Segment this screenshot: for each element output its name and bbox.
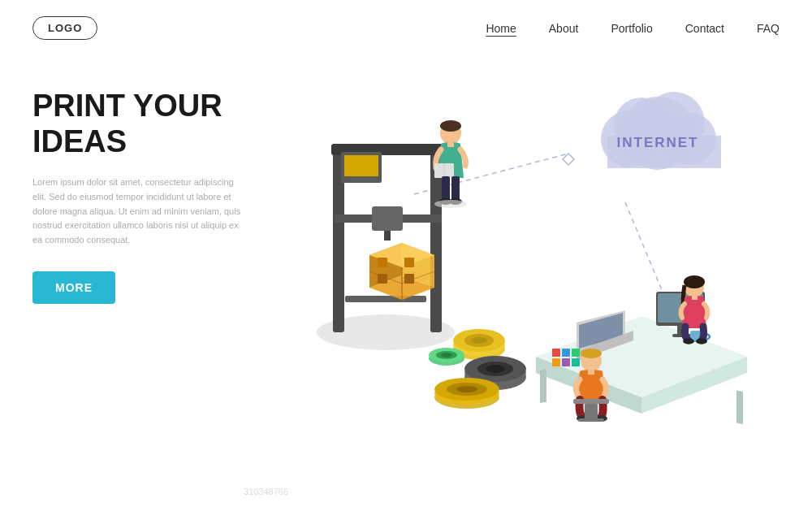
svg-point-34: [486, 365, 505, 373]
hero-section: PRINT YOUR IDEAS Lorem ipsum dolor sit a…: [32, 89, 244, 304]
svg-point-43: [456, 386, 477, 392]
logo[interactable]: LOGO: [32, 16, 97, 40]
svg-point-92: [683, 339, 694, 344]
svg-point-60: [434, 200, 467, 208]
svg-rect-87: [585, 404, 598, 420]
svg-rect-57: [451, 176, 460, 201]
svg-rect-24: [404, 274, 414, 284]
svg-rect-13: [345, 296, 426, 302]
svg-rect-86: [573, 399, 609, 404]
svg-rect-21: [378, 258, 387, 267]
nav-faq[interactable]: FAQ: [757, 22, 780, 35]
nav-contact[interactable]: Contact: [685, 22, 724, 35]
svg-point-93: [696, 339, 707, 344]
navigation: Home About Portfolio Contact FAQ: [486, 22, 780, 35]
svg-rect-91: [692, 296, 698, 300]
svg-rect-53: [447, 142, 454, 147]
svg-rect-56: [442, 176, 450, 201]
main-content: PRINT YOUR IDEAS Lorem ipsum dolor sit a…: [0, 56, 812, 508]
svg-marker-2: [563, 154, 574, 165]
svg-rect-22: [404, 258, 414, 267]
svg-rect-12: [344, 155, 378, 176]
svg-point-29: [471, 337, 487, 344]
svg-point-52: [440, 120, 461, 132]
watermark: 310348766: [244, 487, 288, 496]
svg-point-90: [684, 275, 705, 288]
nav-home[interactable]: Home: [486, 22, 516, 35]
svg-rect-88: [578, 418, 604, 422]
svg-rect-75: [572, 349, 580, 357]
hero-description: Lorem ipsum dolor sit amet, consectetur …: [32, 176, 244, 247]
nav-about[interactable]: About: [549, 22, 579, 35]
svg-rect-73: [552, 349, 560, 357]
svg-rect-65: [736, 391, 743, 424]
svg-rect-76: [552, 358, 560, 366]
svg-rect-78: [572, 358, 580, 366]
hero-title: PRINT YOUR IDEAS: [32, 89, 244, 159]
svg-point-38: [441, 353, 452, 358]
svg-rect-74: [562, 349, 570, 357]
svg-rect-83: [588, 370, 594, 375]
svg-rect-10: [384, 231, 391, 240]
svg-rect-64: [540, 370, 546, 403]
header: LOGO Home About Portfolio Contact FAQ: [0, 0, 812, 56]
svg-rect-9: [372, 206, 403, 231]
svg-text:INTERNET: INTERNET: [617, 135, 699, 150]
more-button[interactable]: MORE: [32, 271, 115, 304]
svg-rect-23: [378, 274, 387, 284]
nav-portfolio[interactable]: Portfolio: [611, 22, 652, 35]
svg-line-1: [625, 202, 666, 300]
svg-rect-77: [562, 358, 570, 366]
illustration: INTERNET: [227, 56, 812, 508]
svg-point-82: [581, 349, 602, 358]
